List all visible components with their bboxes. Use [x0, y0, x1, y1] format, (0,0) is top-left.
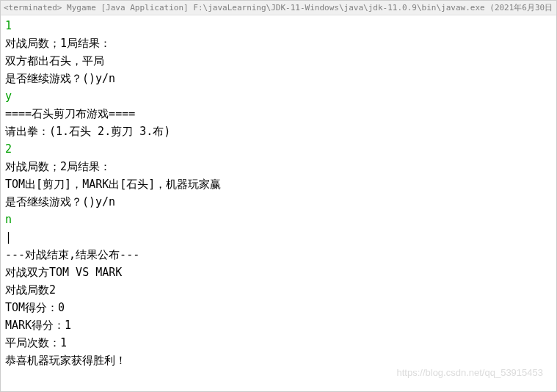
terminated-label: <terminated> Mygame [Java Application] F… — [4, 3, 556, 12]
output-line: 是否继续游戏？()y/n — [5, 193, 552, 211]
user-input-2: 2 — [5, 140, 552, 158]
console-header: <terminated> Mygame [Java Application] F… — [1, 1, 556, 15]
output-line: 平局次数：1 — [5, 334, 552, 352]
output-line: 是否继续游戏？()y/n — [5, 70, 552, 87]
output-line: MARK得分：1 — [5, 316, 552, 334]
user-input-1: 1 — [5, 17, 552, 35]
output-line: 对战局数；2局结果： — [5, 158, 552, 175]
output-line: TOM出[剪刀]，MARK出[石头]，机器玩家赢 — [5, 175, 552, 193]
output-line: 对战局数；1局结果： — [5, 35, 552, 52]
output-line: ---对战结束,结果公布--- — [5, 246, 552, 264]
output-line: 对战局数2 — [5, 281, 552, 299]
console-output: 1 对战局数；1局结果： 双方都出石头，平局 是否继续游戏？()y/n y ==… — [1, 15, 556, 371]
user-input-n: n — [5, 211, 552, 228]
watermark: https://blog.csdn.net/qq_53915453 — [397, 367, 544, 378]
user-input-y: y — [5, 87, 552, 105]
output-line: 双方都出石头，平局 — [5, 52, 552, 70]
output-line: TOM得分：0 — [5, 299, 552, 316]
output-line: 请出拳：(1.石头 2.剪刀 3.布) — [5, 123, 552, 140]
output-line: ====石头剪刀布游戏==== — [5, 105, 552, 123]
output-line: 对战双方TOM VS MARK — [5, 264, 552, 281]
cursor-line: | — [5, 228, 552, 246]
